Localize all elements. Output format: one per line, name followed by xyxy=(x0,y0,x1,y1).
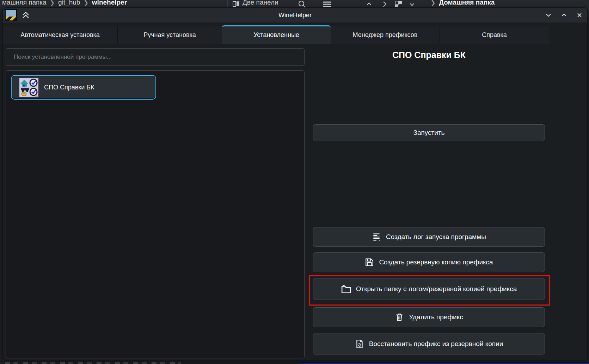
breadcrumb-segment[interactable]: git_hub xyxy=(58,0,80,6)
chevron-right-icon: ❯ xyxy=(50,0,55,6)
create-log-button[interactable]: Создать лог запуска программы xyxy=(313,227,545,247)
window-title: WineHelper xyxy=(3,12,587,19)
delete-prefix-label: Удалить префикс xyxy=(409,313,463,321)
restore-prefix-button[interactable]: Восстановить префикс из резервной копии xyxy=(313,333,545,354)
minimize-button[interactable] xyxy=(545,12,552,19)
background-bottom-strip xyxy=(0,360,589,364)
maximize-button[interactable] xyxy=(560,12,567,19)
tab-bar: Автоматическая установка Ручная установк… xyxy=(3,25,549,51)
search-installed-input[interactable] xyxy=(6,48,305,66)
winehelper-window: ⚙ WineHelper Автоматическая установка Ру… xyxy=(3,8,587,360)
list-item-app[interactable]: 2.5 СПО Справки БК xyxy=(11,75,156,100)
log-lines-icon xyxy=(372,232,381,241)
create-log-label: Создать лог запуска программы xyxy=(386,233,486,241)
tab-auto-install[interactable]: Автоматическая установка xyxy=(3,26,118,44)
tab-prefix-manager[interactable]: Менеджер префиксов xyxy=(331,26,440,44)
app-item-label: СПО Справки БК xyxy=(44,84,94,91)
two-panels-button[interactable]: Две панели xyxy=(243,0,278,6)
installed-apps-list: 2.5 СПО Справки БК xyxy=(6,70,305,358)
chevron-up-icon[interactable] xyxy=(366,1,372,8)
open-folder-label: Открыть папку с логом/резервной копией п… xyxy=(356,285,517,293)
trash-icon xyxy=(395,313,404,322)
right-panel-breadcrumb: ❯Домашняя папка xyxy=(427,0,495,6)
chevron-right-icon[interactable] xyxy=(381,1,388,8)
breadcrumb-segment-home[interactable]: Домашняя папка xyxy=(439,0,495,6)
restore-prefix-label: Восстановить префикс из резервной копии xyxy=(369,340,503,348)
backup-prefix-button[interactable]: Создать резервную копию префикса xyxy=(313,252,545,272)
open-folder-button[interactable]: Открыть папку с логом/резервной копией п… xyxy=(313,278,545,300)
delete-prefix-button[interactable]: Удалить префикс xyxy=(313,307,545,327)
run-button[interactable]: Запустить xyxy=(313,124,545,141)
background-navy-window-edge xyxy=(298,362,589,364)
floppy-icon xyxy=(365,258,374,267)
folder-icon xyxy=(341,284,351,294)
run-button-label: Запустить xyxy=(413,129,444,137)
app-pixel-icon: 2.5 xyxy=(19,78,38,97)
tab-help[interactable]: Справка xyxy=(440,26,549,44)
close-button[interactable] xyxy=(576,12,583,19)
chevron-right-icon: ❯ xyxy=(431,0,435,6)
background-terminal-text-fragment xyxy=(5,362,181,364)
window-titlebar[interactable]: ⚙ WineHelper xyxy=(3,8,587,23)
restore-backup-icon xyxy=(355,339,364,349)
breadcrumb: машняя папка❯git_hub❯winehelper xyxy=(2,0,127,6)
chevron-right-icon: ❯ xyxy=(84,0,88,6)
tab-manual-install[interactable]: Ручная установка xyxy=(118,26,222,44)
svg-text:2.5: 2.5 xyxy=(35,94,38,97)
tab-installed[interactable]: Установленные xyxy=(222,25,331,44)
breadcrumb-segment[interactable]: машняя папка xyxy=(2,0,47,6)
breadcrumb-segment-current[interactable]: winehelper xyxy=(92,0,127,6)
backup-prefix-label: Создать резервную копию префикса xyxy=(379,258,493,266)
selected-app-title: СПО Справки БК xyxy=(313,50,545,60)
